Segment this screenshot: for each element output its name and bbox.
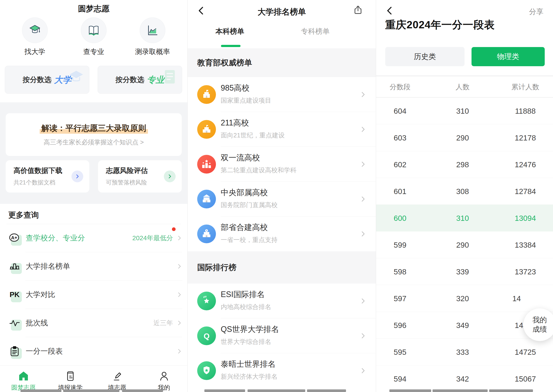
line-chart-icon xyxy=(140,17,165,43)
a-plus-score-icon: A+ xyxy=(8,232,21,244)
list-item-subtitle: 世界大学综合排名 xyxy=(221,337,271,346)
svg-text:PK: PK xyxy=(10,291,20,299)
bottom-gray-bar xyxy=(432,389,488,392)
active-tab-underline xyxy=(221,45,241,47)
table-row-highlighted[interactable]: 600 310 13094 xyxy=(376,205,553,231)
table-row[interactable]: 599 290 13384 xyxy=(376,231,553,258)
bottom-gray-bar xyxy=(21,389,61,392)
cell-cumulative: 13384 xyxy=(503,241,547,249)
cell-score: 604 xyxy=(378,107,422,115)
bottom-gray-bar xyxy=(389,389,431,392)
list-item-school-scores[interactable]: A+ 查学校分、专业分 2024年最低分 xyxy=(0,224,187,252)
list-item-batch-lines[interactable]: 批次线 近三年 xyxy=(0,309,187,337)
graduation-cap-watermark-icon xyxy=(66,68,86,87)
podium-stars-icon xyxy=(197,155,216,174)
list-item-esi[interactable]: ESI国际排名 内地高校综合排名 xyxy=(188,284,376,318)
tab-vocational-rankings[interactable]: 专科榜单 xyxy=(301,27,330,36)
list-item-title: 985高校 xyxy=(221,83,249,93)
page-title: 大学排名榜单 xyxy=(188,7,376,17)
school-building-icon xyxy=(197,120,216,139)
list-item-meta: 近三年 xyxy=(153,319,173,328)
list-item-university-compare[interactable]: PK 大学对比 xyxy=(0,280,187,309)
list-item-double-first-class[interactable]: 双一流高校 第二轮重点建设高校和学科 xyxy=(188,147,376,182)
list-item-label: 一分一段表 xyxy=(26,346,63,356)
list-item-subtitle: 一省一校，重点支持 xyxy=(221,236,278,244)
table-row[interactable]: 595 333 14725 xyxy=(376,339,553,365)
column-header-cumulative: 累计人数 xyxy=(503,82,547,92)
chevron-right-icon xyxy=(176,291,183,298)
page-title: 重庆2024年一分一段表 xyxy=(385,18,495,32)
tab-profile[interactable]: 我的 xyxy=(141,366,187,392)
list-item-meta: 2024年最低分 xyxy=(132,234,173,243)
tab-fill-application[interactable]: 填志愿 xyxy=(94,366,141,392)
cell-score: 603 xyxy=(378,133,422,142)
table-row[interactable]: 602 298 12476 xyxy=(376,151,553,178)
share-link[interactable]: 分享 xyxy=(529,7,543,17)
list-item-subtitle: 面向21世纪，重点建设 xyxy=(221,131,284,140)
cell-count: 320 xyxy=(441,294,484,303)
tab-learn-to-apply[interactable]: 填报速学 xyxy=(47,366,94,392)
section-band-ministry: 教育部权威榜单 xyxy=(188,48,376,77)
cell-count: 310 xyxy=(441,107,484,115)
list-item-985[interactable]: 985高校 国家重点建设项目 xyxy=(188,77,376,112)
bottom-gray-bar xyxy=(489,389,533,392)
banner-subtitle: 高三考生家长必须掌握这个知识点 > xyxy=(6,138,182,147)
cell-score: 598 xyxy=(378,267,422,276)
bottom-gray-bar xyxy=(204,389,245,392)
list-item-qs[interactable]: Q QS世界大学排名 世界大学综合排名 xyxy=(188,318,376,353)
list-item-title: ESI国际排名 xyxy=(221,289,265,300)
data-download-card[interactable]: 高价值数据下载 共21个数据文档 xyxy=(6,160,89,193)
list-item-university-rankings[interactable]: 大学排名榜单 xyxy=(0,252,187,280)
bottom-gray-bar xyxy=(307,389,346,392)
list-item-province-ministry[interactable]: 部省合建高校 一省一校，重点支持 xyxy=(188,217,376,251)
quick-action-find-major[interactable]: 查专业 xyxy=(70,17,117,57)
table-row[interactable]: 603 290 12178 xyxy=(376,124,553,151)
cell-cumulative: 15067 xyxy=(503,375,547,383)
risk-assessment-card[interactable]: 志愿风险评估 可预警落榜风险 xyxy=(98,160,182,193)
table-row[interactable]: 601 308 12784 xyxy=(376,178,553,205)
section-heading: 教育部权威榜单 xyxy=(197,57,252,68)
chevron-right-icon[interactable] xyxy=(71,170,83,182)
government-building-icon xyxy=(197,190,216,208)
table-row[interactable]: 597 320 14 xyxy=(376,285,553,312)
table-row[interactable]: 604 310 11888 xyxy=(376,98,553,124)
cell-count: 298 xyxy=(441,160,484,169)
clipboard-icon xyxy=(8,345,21,357)
select-major-by-score-button[interactable]: 按分数选 专业 xyxy=(98,66,182,94)
cell-score: 597 xyxy=(378,294,422,303)
chevron-right-icon xyxy=(359,297,367,305)
cell-count: 349 xyxy=(441,321,484,330)
chevron-right-icon[interactable] xyxy=(164,170,176,182)
university-building-icon xyxy=(197,85,216,104)
home-icon xyxy=(17,370,30,382)
section-heading: 国际排行榜 xyxy=(197,262,236,273)
column-header-count: 人数 xyxy=(441,82,484,92)
quick-action-find-university[interactable]: 找大学 xyxy=(11,17,58,57)
list-item-central-ministry[interactable]: 中央部属高校 国务院部门直属高校 xyxy=(188,182,376,217)
column-header-score: 分数段 xyxy=(378,82,422,92)
cell-score: 602 xyxy=(378,160,422,169)
card-subtitle: 共21个数据文档 xyxy=(14,179,55,186)
share-icon[interactable] xyxy=(353,5,363,15)
table-row[interactable]: 594 342 15067 xyxy=(376,365,553,392)
list-item-label: 大学对比 xyxy=(26,290,55,300)
table-row[interactable]: 598 339 13723 xyxy=(376,258,553,285)
list-item-score-segment-table[interactable]: 一分一段表 xyxy=(0,337,187,365)
banner-title: 解读：平行志愿三大录取原则 xyxy=(40,123,148,134)
filter-history-track[interactable]: 历史类 xyxy=(385,47,465,66)
cell-count: 290 xyxy=(441,241,484,249)
quick-action-admission-probability[interactable]: 测录取概率 xyxy=(129,17,176,57)
article-banner-card[interactable]: 解读：平行志愿三大录取原则 高三考生家长必须掌握这个知识点 > xyxy=(6,113,182,156)
list-item-211[interactable]: 211高校 面向21世纪，重点建设 xyxy=(188,112,376,147)
filter-physics-track[interactable]: 物理类 xyxy=(472,47,545,66)
tab-undergraduate-rankings[interactable]: 本科榜单 xyxy=(215,27,244,36)
select-university-by-score-button[interactable]: 按分数选 大学 xyxy=(5,66,89,94)
shield-star-icon xyxy=(197,361,216,380)
tab-home[interactable]: 圆梦志愿 xyxy=(0,366,47,392)
cell-count: 290 xyxy=(441,133,484,142)
list-item-subtitle: 国家重点建设项目 xyxy=(221,96,271,105)
cell-count: 339 xyxy=(441,267,484,276)
back-icon[interactable] xyxy=(385,6,395,16)
list-item-times[interactable]: 泰晤士世界排名 新兴经济体大学排名 xyxy=(188,353,376,388)
home-header-area: 圆梦志愿 找大学 查专业 测录取概率 按分数选 xyxy=(0,0,187,102)
